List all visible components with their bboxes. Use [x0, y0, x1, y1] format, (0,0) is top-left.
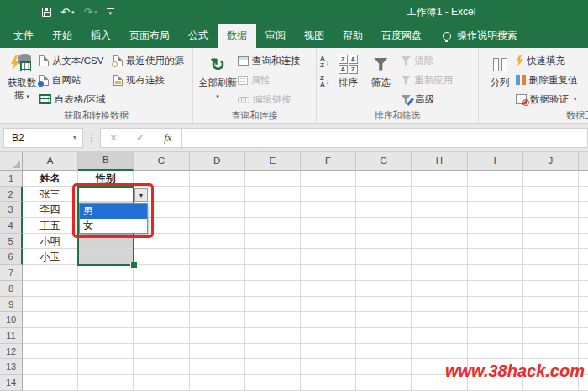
- cell-E11[interactable]: [245, 328, 301, 344]
- cell-C8[interactable]: [134, 281, 189, 297]
- column-header-B[interactable]: B: [78, 152, 134, 171]
- select-all-corner[interactable]: [0, 152, 23, 171]
- cell-A7[interactable]: [23, 265, 78, 281]
- cell-E12[interactable]: [245, 344, 301, 360]
- cell-B12[interactable]: [78, 344, 134, 360]
- cell[interactable]: [579, 265, 588, 281]
- cell-H11[interactable]: [412, 328, 467, 344]
- cell-E6[interactable]: [245, 249, 301, 265]
- sort-descending-button[interactable]: ZA ↓: [320, 75, 329, 88]
- tab-文件[interactable]: 文件: [4, 24, 43, 48]
- cell-D11[interactable]: [190, 328, 245, 344]
- cell-G8[interactable]: [356, 281, 412, 297]
- cell-A13[interactable]: [23, 359, 78, 375]
- cell-J1[interactable]: [523, 171, 579, 187]
- tell-me-search[interactable]: 操作说明搜索: [443, 24, 517, 48]
- cell-G6[interactable]: [356, 249, 412, 265]
- cell-D14[interactable]: [190, 375, 245, 391]
- cell[interactable]: [579, 312, 588, 328]
- row-header-9[interactable]: 9: [0, 297, 23, 313]
- cell-J7[interactable]: [523, 265, 579, 281]
- row-header-1[interactable]: 1: [0, 171, 23, 187]
- cell[interactable]: [579, 171, 588, 187]
- cell-A4[interactable]: 王五: [23, 218, 78, 234]
- cell-I4[interactable]: [468, 218, 523, 234]
- sort-ascending-button[interactable]: AZ ↓: [320, 55, 329, 69]
- cell-E13[interactable]: [245, 359, 301, 375]
- cell-I5[interactable]: [468, 234, 523, 250]
- cell-B7[interactable]: [78, 265, 134, 281]
- row-header-7[interactable]: 7: [0, 265, 23, 281]
- tab-插入[interactable]: 插入: [81, 24, 120, 48]
- advanced-filter-button[interactable]: 高级: [401, 91, 453, 108]
- cell-D8[interactable]: [190, 281, 245, 297]
- from-table-range-button[interactable]: 自表格/区域: [39, 91, 113, 108]
- cell-B10[interactable]: [78, 312, 134, 328]
- cell-A1[interactable]: 姓名: [23, 171, 78, 187]
- cancel-icon[interactable]: ×: [110, 131, 117, 144]
- cell-H3[interactable]: [412, 202, 467, 218]
- cell-B1[interactable]: 性别: [78, 171, 134, 187]
- sort-button[interactable]: ZA AZ 排序: [332, 51, 364, 110]
- formula-input[interactable]: [182, 128, 588, 148]
- cell-I7[interactable]: [468, 265, 523, 281]
- cell-E14[interactable]: [245, 375, 301, 391]
- cell-G2[interactable]: [356, 187, 412, 203]
- save-button[interactable]: [42, 8, 51, 17]
- cell-F8[interactable]: [301, 281, 356, 297]
- cell-C12[interactable]: [134, 344, 189, 360]
- cell-B9[interactable]: [78, 297, 134, 313]
- column-header[interactable]: [579, 152, 588, 171]
- cell-D6[interactable]: [190, 249, 245, 265]
- cell-J8[interactable]: [523, 281, 579, 297]
- get-data-button[interactable]: 获取数据 ▾: [4, 51, 39, 110]
- text-to-columns-button[interactable]: 分列: [486, 51, 514, 110]
- redo-button[interactable]: ↷ ▾: [83, 7, 97, 18]
- name-box[interactable]: B2 ▾: [3, 128, 83, 148]
- cell-I12[interactable]: [468, 344, 523, 360]
- cell-H1[interactable]: [412, 171, 467, 187]
- cell-E9[interactable]: [245, 297, 301, 313]
- cell-J4[interactable]: [523, 218, 579, 234]
- cell-A8[interactable]: [23, 281, 78, 297]
- cell-D3[interactable]: [190, 202, 245, 218]
- cell-A10[interactable]: [23, 312, 78, 328]
- column-header-H[interactable]: H: [412, 152, 467, 171]
- dropdown-option-男[interactable]: 男: [80, 204, 147, 219]
- cell-A14[interactable]: [23, 375, 78, 391]
- cell-B5[interactable]: [78, 234, 134, 250]
- filter-button[interactable]: 筛选: [364, 51, 397, 110]
- remove-duplicates-button[interactable]: 删除重复值: [516, 71, 578, 88]
- cell-J6[interactable]: [523, 249, 579, 265]
- cell-E10[interactable]: [245, 312, 301, 328]
- cell-G11[interactable]: [356, 328, 412, 344]
- cell-E7[interactable]: [245, 265, 301, 281]
- cell-G5[interactable]: [356, 234, 412, 250]
- cell-G4[interactable]: [356, 218, 412, 234]
- cell-H6[interactable]: [412, 249, 467, 265]
- refresh-all-button[interactable]: ↻ 全部刷新▾: [197, 51, 238, 110]
- cell-D2[interactable]: [190, 187, 245, 203]
- cell-B6[interactable]: [78, 249, 134, 265]
- cell[interactable]: [579, 234, 588, 250]
- cell-F10[interactable]: [301, 312, 356, 328]
- cell[interactable]: [579, 328, 588, 344]
- cell-E4[interactable]: [245, 218, 301, 234]
- cell-C10[interactable]: [134, 312, 189, 328]
- cell-J9[interactable]: [523, 297, 579, 313]
- queries-connections-button[interactable]: 查询和连接: [238, 52, 301, 69]
- column-header-D[interactable]: D: [190, 152, 245, 171]
- cell-J5[interactable]: [523, 234, 579, 250]
- cell-C13[interactable]: [134, 359, 189, 375]
- row-header-13[interactable]: 13: [0, 359, 23, 375]
- cell-F11[interactable]: [301, 328, 356, 344]
- cell-H4[interactable]: [412, 218, 467, 234]
- data-validation-button[interactable]: 数据验证 ▾: [516, 91, 578, 108]
- cell-G9[interactable]: [356, 297, 412, 313]
- cell-C5[interactable]: [134, 234, 189, 250]
- cell-H9[interactable]: [412, 297, 467, 313]
- row-header-2[interactable]: 2: [0, 187, 23, 203]
- cell-E5[interactable]: [245, 234, 301, 250]
- row-header-10[interactable]: 10: [0, 312, 23, 328]
- cell-I6[interactable]: [468, 249, 523, 265]
